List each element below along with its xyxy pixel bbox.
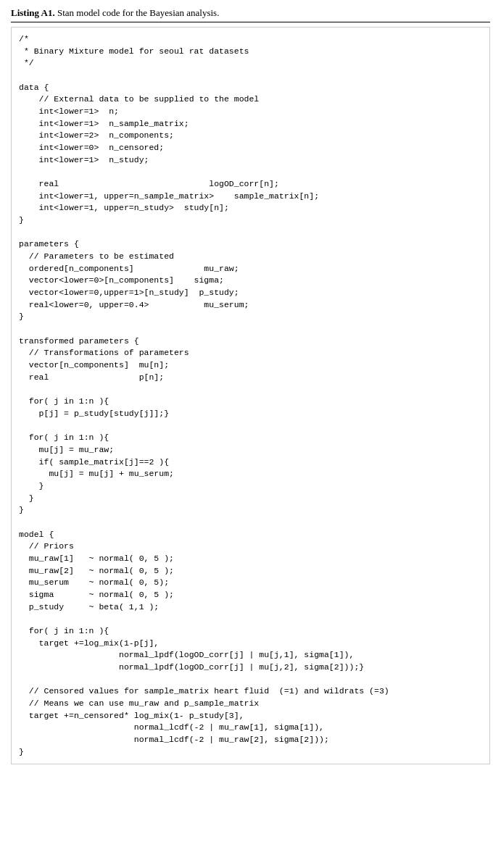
code-block: /* * Binary Mixture model for seoul rat … — [11, 27, 490, 764]
listing-caption: Stan model code for the Bayesian analysi… — [57, 7, 219, 18]
listing-label: Listing A1. — [11, 7, 55, 18]
listing-header: Listing A1. Stan model code for the Baye… — [11, 7, 490, 22]
